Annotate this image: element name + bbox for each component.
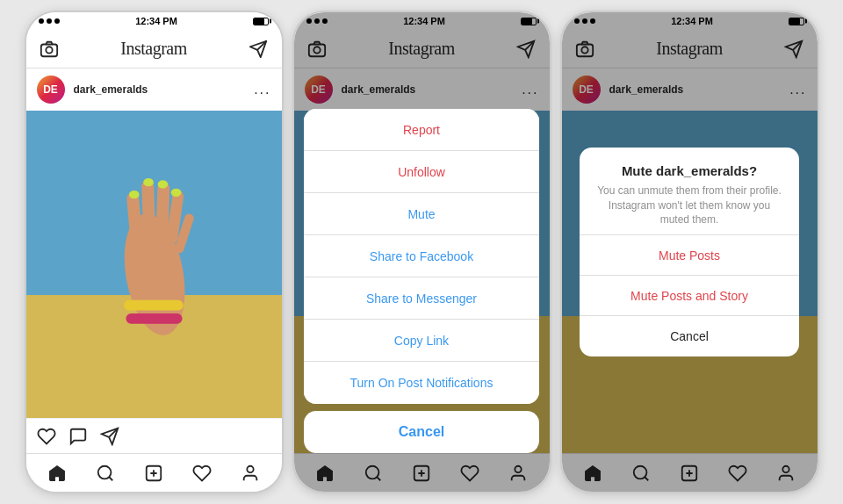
- svg-point-17: [170, 189, 181, 197]
- camera-icon[interactable]: [39, 39, 60, 60]
- add-icon[interactable]: [138, 457, 169, 489]
- post-illustration: [26, 111, 282, 418]
- svg-point-16: [157, 180, 168, 188]
- mute-dialog-title: Mute dark_emeralds?: [595, 163, 783, 178]
- activity-icon[interactable]: [186, 457, 218, 489]
- share-icon[interactable]: [100, 427, 119, 446]
- post-header-1: DE dark_emeralds ...: [26, 68, 282, 111]
- more-dots-1[interactable]: ...: [254, 82, 270, 97]
- share-messenger-button[interactable]: Share to Messenger: [304, 277, 539, 320]
- mute-dialog: Mute dark_emeralds? You can unmute them …: [580, 148, 799, 356]
- avatar-1[interactable]: DE: [37, 76, 65, 104]
- action-bar-1: [26, 418, 282, 453]
- svg-rect-8: [140, 180, 155, 241]
- post-notifications-button[interactable]: Turn On Post Notifications: [304, 362, 539, 404]
- mute-posts-story-button[interactable]: Mute Posts and Story: [580, 276, 799, 316]
- bottom-nav-1: [26, 453, 282, 492]
- post-image-1: [26, 111, 282, 418]
- unfollow-button[interactable]: Unfollow: [304, 151, 539, 193]
- mute-cancel-button[interactable]: Cancel: [580, 316, 799, 356]
- status-right-1: [253, 18, 269, 25]
- svg-point-20: [98, 465, 112, 479]
- svg-rect-13: [126, 313, 182, 324]
- username-1[interactable]: dark_emeralds: [74, 83, 246, 96]
- signal-dots: [39, 18, 60, 24]
- status-time-1: 12:34 PM: [135, 16, 177, 26]
- svg-point-25: [247, 465, 253, 472]
- mute-dialog-desc: You can unmute them from their profile. …: [595, 184, 783, 227]
- phone-2: 12:34 PM Instagram DE dark_emeralds ...: [292, 11, 551, 493]
- report-button[interactable]: Report: [304, 109, 539, 151]
- profile-icon[interactable]: [234, 457, 266, 489]
- action-sheet: Report Unfollow Mute Share to Facebook S…: [304, 109, 539, 404]
- svg-line-21: [109, 477, 112, 480]
- home-icon[interactable]: [41, 457, 73, 489]
- nav-bar-1: Instagram: [26, 30, 282, 68]
- copy-link-button[interactable]: Copy Link: [304, 320, 539, 362]
- svg-point-1: [46, 47, 52, 53]
- mute-posts-button[interactable]: Mute Posts: [580, 235, 799, 276]
- mute-dialog-header: Mute dark_emeralds? You can unmute them …: [580, 148, 799, 234]
- cancel-button-2[interactable]: Cancel: [304, 411, 539, 453]
- nav-title-1: Instagram: [120, 39, 186, 59]
- send-icon[interactable]: [248, 39, 269, 60]
- mute-button[interactable]: Mute: [304, 193, 539, 235]
- explore-icon[interactable]: [90, 457, 121, 489]
- phone-3: 12:34 PM Instagram DE dark_emeralds ...: [560, 11, 819, 493]
- svg-point-15: [143, 178, 154, 186]
- mute-dialog-overlay: Mute dark_emeralds? You can unmute them …: [562, 12, 818, 492]
- phone-1: 12:34 PM Instagram DE dark_emeralds ...: [25, 11, 284, 493]
- status-bar-1: 12:34 PM: [26, 12, 282, 30]
- svg-rect-12: [124, 300, 184, 311]
- svg-point-14: [128, 191, 139, 198]
- battery-icon: [253, 18, 269, 25]
- share-facebook-button[interactable]: Share to Facebook: [304, 235, 539, 277]
- action-sheet-overlay: Report Unfollow Mute Share to Facebook S…: [294, 12, 550, 492]
- comment-icon[interactable]: [68, 427, 88, 446]
- heart-icon[interactable]: [37, 427, 56, 446]
